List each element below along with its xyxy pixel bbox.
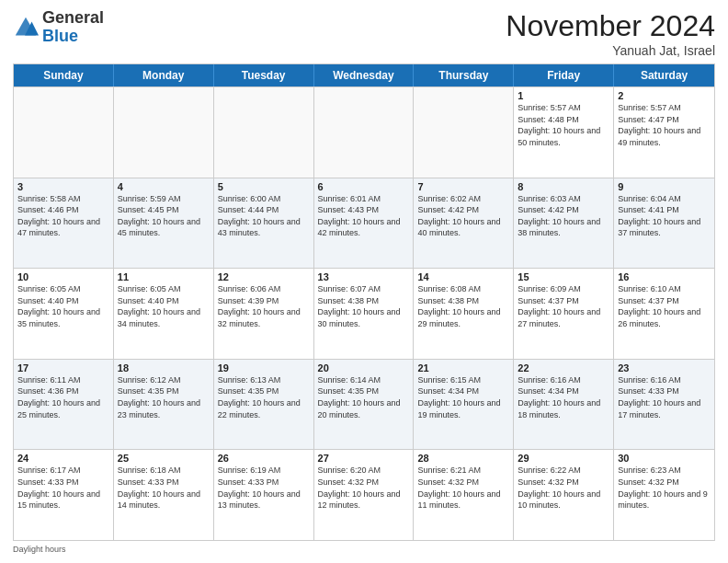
day-number: 10 <box>17 271 109 282</box>
calendar-week-row: 17Sunrise: 6:11 AM Sunset: 4:36 PM Dayli… <box>14 359 714 450</box>
day-number: 27 <box>318 453 410 464</box>
day-info: Sunrise: 6:05 AM Sunset: 4:40 PM Dayligh… <box>17 283 109 329</box>
location-subtitle: Yanuah Jat, Israel <box>506 43 715 58</box>
day-number: 7 <box>417 181 509 192</box>
logo-general: General <box>42 8 104 27</box>
day-number: 9 <box>618 181 711 192</box>
day-info: Sunrise: 6:20 AM Sunset: 4:32 PM Dayligh… <box>318 465 410 511</box>
logo-blue: Blue <box>42 27 78 45</box>
calendar-cell: 5Sunrise: 6:00 AM Sunset: 4:44 PM Daylig… <box>214 178 314 269</box>
day-info: Sunrise: 6:05 AM Sunset: 4:40 PM Dayligh… <box>118 283 210 329</box>
day-number: 16 <box>618 271 711 282</box>
calendar-cell: 23Sunrise: 6:16 AM Sunset: 4:33 PM Dayli… <box>614 360 714 450</box>
calendar-cell: 25Sunrise: 6:18 AM Sunset: 4:33 PM Dayli… <box>114 450 214 540</box>
day-number: 29 <box>518 453 609 464</box>
calendar-cell: 22Sunrise: 6:16 AM Sunset: 4:34 PM Dayli… <box>514 360 614 450</box>
day-info: Sunrise: 6:03 AM Sunset: 4:42 PM Dayligh… <box>518 193 609 239</box>
day-info: Sunrise: 6:04 AM Sunset: 4:41 PM Dayligh… <box>618 193 711 239</box>
day-number: 2 <box>618 90 711 101</box>
day-number: 5 <box>218 181 310 192</box>
weekday-header: Tuesday <box>214 64 314 86</box>
day-number: 12 <box>218 271 310 282</box>
logo-text: General Blue <box>42 9 104 46</box>
day-info: Sunrise: 6:19 AM Sunset: 4:33 PM Dayligh… <box>218 465 310 511</box>
day-info: Sunrise: 5:58 AM Sunset: 4:46 PM Dayligh… <box>17 193 109 239</box>
day-info: Sunrise: 6:06 AM Sunset: 4:39 PM Dayligh… <box>218 283 310 329</box>
day-info: Sunrise: 6:17 AM Sunset: 4:33 PM Dayligh… <box>17 465 109 511</box>
weekday-header: Saturday <box>614 64 714 86</box>
day-number: 30 <box>618 453 711 464</box>
footer-note: Daylight hours <box>13 545 715 554</box>
day-info: Sunrise: 6:11 AM Sunset: 4:36 PM Dayligh… <box>17 374 109 420</box>
logo-icon <box>13 15 39 40</box>
day-info: Sunrise: 6:23 AM Sunset: 4:32 PM Dayligh… <box>618 465 711 511</box>
weekday-header: Monday <box>114 64 214 86</box>
day-number: 24 <box>17 453 109 464</box>
day-info: Sunrise: 6:21 AM Sunset: 4:32 PM Dayligh… <box>417 465 509 511</box>
calendar-cell: 11Sunrise: 6:05 AM Sunset: 4:40 PM Dayli… <box>114 269 214 359</box>
calendar-cell: 26Sunrise: 6:19 AM Sunset: 4:33 PM Dayli… <box>214 450 314 540</box>
day-info: Sunrise: 6:00 AM Sunset: 4:44 PM Dayligh… <box>218 193 310 239</box>
day-number: 1 <box>518 90 609 101</box>
calendar-cell: 21Sunrise: 6:15 AM Sunset: 4:34 PM Dayli… <box>414 360 514 450</box>
day-number: 22 <box>518 362 609 373</box>
day-number: 4 <box>118 181 210 192</box>
day-info: Sunrise: 6:22 AM Sunset: 4:32 PM Dayligh… <box>518 465 609 511</box>
day-number: 14 <box>417 271 509 282</box>
calendar-cell: 20Sunrise: 6:14 AM Sunset: 4:35 PM Dayli… <box>314 360 415 450</box>
day-info: Sunrise: 6:15 AM Sunset: 4:34 PM Dayligh… <box>417 374 509 420</box>
calendar-cell: 9Sunrise: 6:04 AM Sunset: 4:41 PM Daylig… <box>614 178 714 269</box>
page-header: General Blue November 2024 Yanuah Jat, I… <box>13 9 715 58</box>
calendar-cell: 10Sunrise: 6:05 AM Sunset: 4:40 PM Dayli… <box>14 269 114 359</box>
calendar-cell: 17Sunrise: 6:11 AM Sunset: 4:36 PM Dayli… <box>14 360 114 450</box>
day-info: Sunrise: 6:02 AM Sunset: 4:42 PM Dayligh… <box>417 193 509 239</box>
day-info: Sunrise: 6:12 AM Sunset: 4:35 PM Dayligh… <box>118 374 210 420</box>
calendar-cell <box>214 87 314 178</box>
day-info: Sunrise: 6:08 AM Sunset: 4:38 PM Dayligh… <box>417 283 509 329</box>
calendar-cell: 12Sunrise: 6:06 AM Sunset: 4:39 PM Dayli… <box>214 269 314 359</box>
day-info: Sunrise: 6:09 AM Sunset: 4:37 PM Dayligh… <box>518 283 609 329</box>
day-info: Sunrise: 5:57 AM Sunset: 4:48 PM Dayligh… <box>518 102 609 148</box>
logo: General Blue <box>13 9 104 46</box>
day-number: 17 <box>17 362 109 373</box>
calendar-cell: 27Sunrise: 6:20 AM Sunset: 4:32 PM Dayli… <box>314 450 415 540</box>
day-number: 3 <box>17 181 109 192</box>
calendar-header: SundayMondayTuesdayWednesdayThursdayFrid… <box>14 64 714 86</box>
day-number: 26 <box>218 453 310 464</box>
weekday-header: Friday <box>514 64 614 86</box>
day-info: Sunrise: 6:13 AM Sunset: 4:35 PM Dayligh… <box>218 374 310 420</box>
day-info: Sunrise: 6:07 AM Sunset: 4:38 PM Dayligh… <box>318 283 410 329</box>
calendar-week-row: 10Sunrise: 6:05 AM Sunset: 4:40 PM Dayli… <box>14 268 714 359</box>
day-number: 23 <box>618 362 711 373</box>
day-number: 13 <box>318 271 410 282</box>
calendar-cell: 29Sunrise: 6:22 AM Sunset: 4:32 PM Dayli… <box>514 450 614 540</box>
day-info: Sunrise: 5:59 AM Sunset: 4:45 PM Dayligh… <box>118 193 210 239</box>
calendar-cell: 8Sunrise: 6:03 AM Sunset: 4:42 PM Daylig… <box>514 178 614 269</box>
day-info: Sunrise: 6:01 AM Sunset: 4:43 PM Dayligh… <box>318 193 410 239</box>
day-info: Sunrise: 6:16 AM Sunset: 4:33 PM Dayligh… <box>618 374 711 420</box>
calendar-cell: 3Sunrise: 5:58 AM Sunset: 4:46 PM Daylig… <box>14 178 114 269</box>
weekday-header: Wednesday <box>314 64 415 86</box>
day-number: 8 <box>518 181 609 192</box>
calendar-cell: 4Sunrise: 5:59 AM Sunset: 4:45 PM Daylig… <box>114 178 214 269</box>
calendar-cell: 2Sunrise: 5:57 AM Sunset: 4:47 PM Daylig… <box>614 87 714 178</box>
calendar: SundayMondayTuesdayWednesdayThursdayFrid… <box>13 63 715 541</box>
day-number: 19 <box>218 362 310 373</box>
day-info: Sunrise: 6:16 AM Sunset: 4:34 PM Dayligh… <box>518 374 609 420</box>
calendar-cell: 18Sunrise: 6:12 AM Sunset: 4:35 PM Dayli… <box>114 360 214 450</box>
page-container: General Blue November 2024 Yanuah Jat, I… <box>0 0 728 563</box>
day-number: 15 <box>518 271 609 282</box>
day-number: 6 <box>318 181 410 192</box>
month-title: November 2024 <box>506 9 715 43</box>
day-number: 21 <box>417 362 509 373</box>
day-number: 11 <box>118 271 210 282</box>
calendar-cell: 30Sunrise: 6:23 AM Sunset: 4:32 PM Dayli… <box>614 450 714 540</box>
calendar-cell: 6Sunrise: 6:01 AM Sunset: 4:43 PM Daylig… <box>314 178 415 269</box>
daylight-label: Daylight hours <box>13 545 66 554</box>
day-number: 20 <box>318 362 410 373</box>
calendar-cell <box>14 87 114 178</box>
calendar-body: 1Sunrise: 5:57 AM Sunset: 4:48 PM Daylig… <box>14 86 714 540</box>
calendar-week-row: 3Sunrise: 5:58 AM Sunset: 4:46 PM Daylig… <box>14 178 714 269</box>
weekday-header: Sunday <box>14 64 114 86</box>
calendar-cell: 16Sunrise: 6:10 AM Sunset: 4:37 PM Dayli… <box>614 269 714 359</box>
